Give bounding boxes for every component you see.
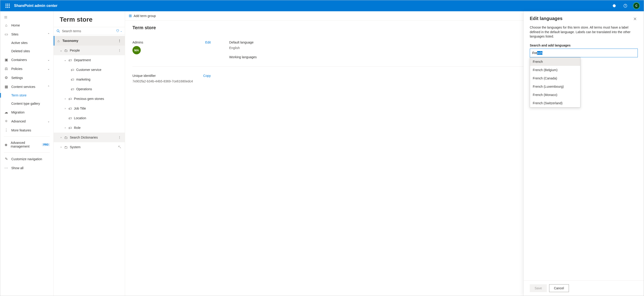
dropdown-option[interactable]: French (Canada) [530, 74, 580, 82]
chevron-right-icon: › [63, 107, 67, 110]
tag-icon: 🏷 [70, 87, 74, 91]
input-selected-text: nch [537, 51, 542, 55]
copy-id-link[interactable]: Copy [203, 74, 211, 78]
search-terms-input[interactable]: Search terms [56, 29, 116, 33]
tag-icon: 🏷 [68, 116, 72, 120]
chevron-down-icon: ⌄ [48, 58, 50, 61]
close-panel-button[interactable] [632, 16, 638, 22]
search-language-input[interactable]: French [530, 48, 638, 57]
search-filter-button[interactable]: ⛉ ⌄ [116, 29, 122, 33]
chevron-right-icon: › [59, 145, 63, 149]
tree-label: Location [74, 116, 86, 120]
nav-term-store[interactable]: Term store [0, 91, 54, 99]
pencil-icon: ✎ [4, 157, 8, 161]
unique-id-label: Unique identifier [132, 74, 156, 78]
nav-label: Settings [11, 76, 23, 80]
chevron-up-icon: ⌃ [48, 85, 50, 88]
tree-termset-role[interactable]: › 🏷 Role [54, 123, 125, 133]
nav-home[interactable]: ⌂ Home [0, 21, 54, 30]
admins-label: Admins [132, 40, 143, 44]
nav-active-sites[interactable]: Active sites [0, 39, 54, 47]
tree-term-customer-service[interactable]: 🏷 Customer service [54, 65, 125, 75]
gear-icon: ⚙ [4, 75, 8, 80]
tree-root-taxonomy[interactable]: ⌂ Taxonomy ⋮ [54, 36, 125, 45]
nav-label: Content type gallery [11, 102, 40, 105]
cancel-button[interactable]: Cancel [549, 284, 569, 292]
working-lang-label: Working languages [229, 55, 257, 59]
tree-label: marketing [76, 78, 90, 81]
input-typed-text: Fre [532, 51, 537, 55]
dropdown-option[interactable]: French (Monaco) [530, 91, 580, 99]
nav-policies[interactable]: ⚖ Policies ⌄ [0, 64, 54, 73]
cmd-label: Add term group [134, 14, 156, 18]
nav-show-all[interactable]: ⋯ Show all [0, 163, 54, 172]
nav-divider [4, 136, 50, 137]
tree-term-marketing[interactable]: 🏷 marketing [54, 75, 125, 84]
search-lang-label: Search and add languages [530, 43, 638, 47]
ellipsis-icon: ⋯ [4, 166, 8, 170]
app-launcher[interactable] [2, 0, 13, 11]
taxonomy-tree: ⌂ Taxonomy ⋮ ⌄ 🗀 People ⋮ ⌄ 🏷 Department… [54, 35, 125, 296]
migration-icon: ☁ [4, 110, 8, 114]
nav-migration[interactable]: ☁ Migration [0, 108, 54, 117]
more-button[interactable]: ⋮ [117, 39, 122, 42]
help-button[interactable]: ? [620, 0, 631, 11]
nav-sites[interactable]: ▭ Sites ⌃ [0, 30, 54, 39]
tree-label: Taxonomy [62, 39, 78, 42]
nav-content-type-gallery[interactable]: Content type gallery [0, 99, 54, 108]
save-button[interactable]: Save [530, 284, 547, 292]
filter-icon: ⛉ [116, 29, 119, 33]
more-button[interactable]: ⋮ [117, 136, 122, 139]
content-services-icon: ▦ [4, 84, 8, 89]
tree-label: Role [74, 126, 80, 130]
tree-group-search-dict[interactable]: › 🗀 Search Dictionaries ⋮ [54, 133, 125, 142]
nav-customize[interactable]: ✎ Customize navigation [0, 154, 54, 163]
tree-termset-job-title[interactable]: › 🏷 Job Title [54, 104, 125, 113]
tree-group-system[interactable]: › 🗀 System ⛏ [54, 142, 125, 152]
app-root: SharePoint admin center ? C ⌂ Home ▭ Sit… [0, 0, 644, 296]
edit-admins-link[interactable]: Edit [205, 40, 211, 44]
folder-icon: 🗀 [64, 48, 68, 52]
nav-more-features[interactable]: ⋮ More features [0, 126, 54, 135]
svg-point-2 [57, 30, 59, 32]
tree-term-operations[interactable]: 🏷 Operations [54, 84, 125, 94]
waffle-icon [6, 4, 10, 8]
dropdown-option[interactable]: French (Belgium) [530, 66, 580, 74]
tree-group-people[interactable]: ⌄ 🗀 People ⋮ [54, 45, 125, 55]
nav-deleted-sites[interactable]: Deleted sites [0, 47, 54, 55]
tree-termset-location[interactable]: › 🏷 Location [54, 113, 125, 123]
term-tree-panel: Term store Search terms ⛉ ⌄ ⌂ Taxonomy [54, 11, 125, 296]
chevron-down-icon: ⌄ [48, 67, 50, 70]
tree-termset-department[interactable]: ⌄ 🏷 Department [54, 55, 125, 65]
nav-advanced-management[interactable]: ◈ Advanced management PRO [0, 139, 54, 151]
tree-termset-precious-gem[interactable]: › 🏷 Precious gem stones [54, 94, 125, 104]
nav-settings[interactable]: ⚙ Settings [0, 73, 54, 82]
tag-icon: 🏷 [68, 58, 72, 62]
tag-icon: 🏷 [68, 126, 72, 130]
more-button[interactable]: ⋮ [117, 48, 122, 52]
account-button[interactable]: C [631, 0, 642, 11]
nav-label: Show all [11, 166, 24, 170]
nav-label: More features [11, 128, 31, 132]
dropdown-option[interactable]: French (Luxembourg) [530, 82, 580, 91]
nav-advanced[interactable]: ⚛ Advanced ⌄ [0, 117, 54, 126]
tree-label: Precious gem stones [74, 97, 104, 101]
settings-button[interactable] [609, 0, 620, 11]
home-icon: ⌂ [4, 23, 8, 27]
chevron-down-icon: ⌄ [59, 49, 63, 52]
add-term-group-button[interactable]: ⊞ Add term group [129, 13, 156, 18]
nav-containers[interactable]: ▣ Containers ⌄ [0, 55, 54, 64]
dropdown-option[interactable]: French [530, 57, 580, 66]
search-icon [56, 29, 60, 33]
nav-label: Content services [11, 85, 35, 89]
search-placeholder: Search terms [62, 29, 81, 33]
containers-icon: ▣ [4, 57, 8, 62]
tree-label: Job Title [74, 107, 86, 110]
nav-content-services[interactable]: ▦ Content services ⌃ [0, 82, 54, 91]
nav-label: Migration [11, 110, 25, 114]
dropdown-option[interactable]: French (Switzerland) [530, 99, 580, 107]
chevron-up-icon: ⌃ [48, 33, 50, 36]
suite-header: SharePoint admin center ? C [0, 0, 644, 11]
hamburger-icon [4, 15, 8, 19]
nav-collapse-button[interactable] [0, 13, 54, 21]
